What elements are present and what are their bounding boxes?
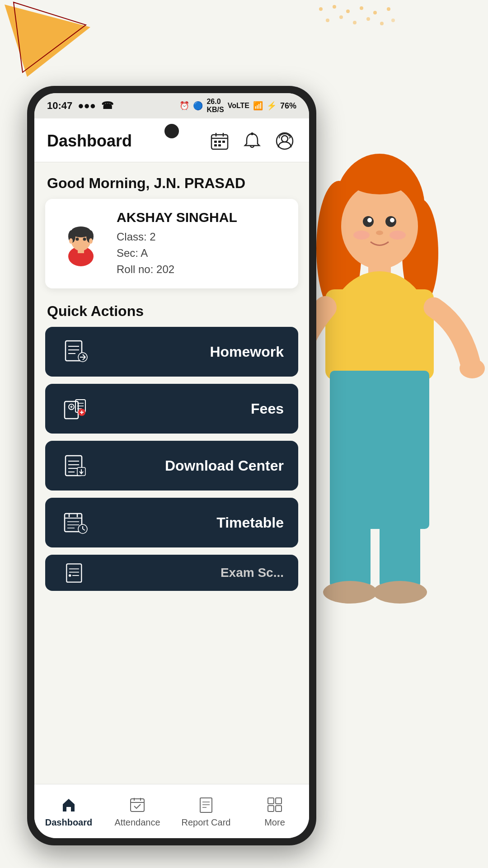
svg-rect-107 <box>268 798 274 804</box>
svg-rect-103 <box>200 798 212 812</box>
greeting-section: Good Morning, J.N. PRASAD <box>34 162 309 199</box>
status-network: VoLTE <box>228 102 249 110</box>
timetable-action-btn[interactable]: Timetable <box>45 498 298 547</box>
svg-point-54 <box>76 238 79 241</box>
status-alarm: ⏰ <box>179 101 189 111</box>
svg-point-20 <box>367 218 372 222</box>
student-name: AKSHAY SINGHAL <box>117 210 287 225</box>
svg-point-12 <box>380 22 384 25</box>
svg-rect-109 <box>268 806 274 811</box>
status-data: 26.0KB/S <box>206 98 224 114</box>
svg-marker-0 <box>5 5 90 77</box>
status-battery-icon: ⚡ <box>267 101 277 111</box>
svg-point-6 <box>373 11 377 14</box>
student-card[interactable]: AKSHAY SINGHAL Class: 2 Sec: A Roll no: … <box>45 199 298 288</box>
nav-attendance[interactable]: Attendance <box>103 795 172 828</box>
fees-icon <box>60 393 91 425</box>
svg-rect-27 <box>325 289 434 380</box>
student-section: Sec: A <box>117 245 287 261</box>
svg-point-24 <box>389 231 406 240</box>
status-battery: 76% <box>280 101 296 111</box>
nav-attendance-icon <box>127 795 147 815</box>
svg-point-4 <box>346 9 350 13</box>
exam-schedule-action-btn[interactable]: Exam Sc... <box>45 555 298 591</box>
status-dots: ●●● <box>78 100 96 112</box>
svg-rect-31 <box>330 475 371 588</box>
bell-icon <box>242 131 262 151</box>
nav-dashboard[interactable]: Dashboard <box>34 795 103 828</box>
status-bluetooth: 🔵 <box>193 101 203 111</box>
nav-dashboard-icon <box>59 795 79 815</box>
svg-point-14 <box>334 154 425 262</box>
svg-point-9 <box>339 15 343 19</box>
avatar-svg <box>58 221 103 266</box>
profile-sync-icon <box>275 131 295 151</box>
phone-screen: 10:47 ●●● ☎ ⏰ 🔵 26.0KB/S VoLTE 📶 ⚡ 76% D… <box>34 93 309 838</box>
student-avatar <box>56 219 106 269</box>
nav-report-card[interactable]: Report Card <box>172 795 240 828</box>
homework-action-btn[interactable]: Homework <box>45 327 298 377</box>
fees-action-btn[interactable]: Fees <box>45 384 298 434</box>
svg-point-3 <box>333 5 336 9</box>
bg-triangle-decoration <box>0 0 99 81</box>
notification-icon-btn[interactable] <box>240 129 264 153</box>
svg-rect-94 <box>66 564 81 582</box>
svg-point-15 <box>316 181 361 316</box>
status-time: 10:47 <box>47 100 72 112</box>
nav-more[interactable]: More <box>240 795 309 828</box>
svg-point-8 <box>326 19 329 22</box>
phone-frame: 10:47 ●●● ☎ ⏰ 🔵 26.0KB/S VoLTE 📶 ⚡ 76% D… <box>27 86 316 845</box>
app-content: Dashboard <box>34 118 309 784</box>
svg-point-19 <box>385 216 396 227</box>
homework-label: Homework <box>100 344 284 360</box>
svg-point-5 <box>360 6 363 10</box>
svg-point-11 <box>366 17 370 21</box>
nav-attendance-label: Attendance <box>114 817 160 828</box>
svg-point-7 <box>387 7 390 11</box>
page-title: Dashboard <box>47 132 132 151</box>
svg-point-33 <box>323 581 377 604</box>
svg-point-10 <box>353 21 357 24</box>
nav-more-label: More <box>264 817 285 828</box>
svg-point-26 <box>325 271 434 407</box>
actions-list: Homework <box>34 327 309 591</box>
svg-point-13 <box>391 19 395 22</box>
status-bar: 10:47 ●●● ☎ ⏰ 🔵 26.0KB/S VoLTE 📶 ⚡ 76% <box>34 93 309 118</box>
student-roll: Roll no: 202 <box>117 261 287 278</box>
svg-point-22 <box>376 231 383 235</box>
svg-point-57 <box>89 238 93 244</box>
quick-actions-title: Quick Actions <box>34 299 309 327</box>
svg-point-97 <box>68 574 71 577</box>
profile-icon-btn[interactable] <box>273 129 296 153</box>
nav-dashboard-label: Dashboard <box>45 817 92 828</box>
download-center-label: Download Center <box>100 458 284 474</box>
greeting-text: Good Morning, J.N. PRASAD <box>47 175 296 192</box>
svg-point-21 <box>390 218 394 222</box>
svg-rect-41 <box>218 141 221 143</box>
svg-rect-108 <box>276 798 282 804</box>
svg-point-34 <box>373 581 427 604</box>
exam-schedule-icon <box>60 557 91 589</box>
svg-rect-110 <box>276 806 282 811</box>
svg-rect-43 <box>214 144 217 146</box>
svg-rect-32 <box>380 475 420 588</box>
svg-point-47 <box>282 136 288 142</box>
nav-report-card-icon <box>196 795 216 815</box>
svg-point-18 <box>363 216 374 227</box>
homework-icon <box>60 336 91 368</box>
download-center-action-btn[interactable]: Download Center <box>45 441 298 491</box>
status-signal: 📶 <box>253 101 263 111</box>
status-call: ☎ <box>101 100 113 112</box>
svg-point-45 <box>251 132 253 135</box>
timetable-label: Timetable <box>100 514 284 531</box>
svg-point-2 <box>319 7 323 11</box>
calendar-icon <box>210 131 230 151</box>
download-center-icon <box>60 450 91 481</box>
camera-notch <box>164 124 179 138</box>
calendar-icon-btn[interactable] <box>208 129 231 153</box>
svg-rect-25 <box>368 262 391 289</box>
svg-rect-44 <box>218 144 221 146</box>
student-info: AKSHAY SINGHAL Class: 2 Sec: A Roll no: … <box>117 210 287 278</box>
svg-point-23 <box>353 231 370 240</box>
svg-point-35 <box>346 158 413 194</box>
